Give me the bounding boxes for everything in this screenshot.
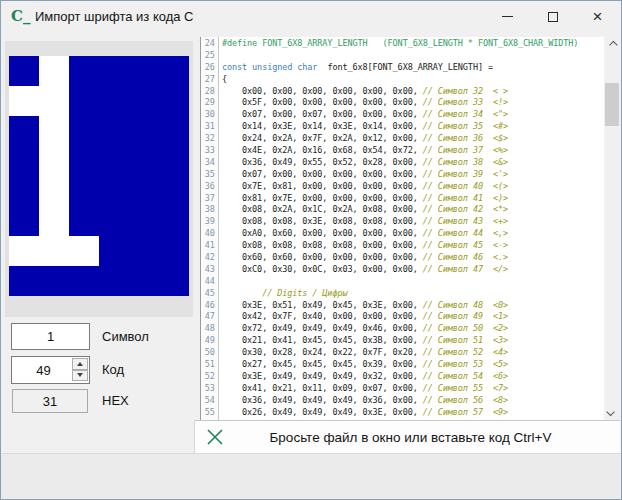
scroll-down-button[interactable] — [604, 404, 620, 420]
glyph-pixel — [129, 266, 159, 296]
code-line: 0x14, 0x3E, 0x14, 0x3E, 0x14, 0x00, // С… — [222, 121, 604, 133]
line-number: 44 — [201, 276, 215, 288]
gutter: 2425262728293031323334353637383940414243… — [201, 37, 219, 420]
line-number: 55 — [201, 407, 215, 419]
line-number: 37 — [201, 193, 215, 205]
glyph-pixel — [99, 56, 129, 86]
code-line: 0x08, 0x2A, 0x1C, 0x2A, 0x08, 0x00, // С… — [222, 204, 604, 216]
glyph-pixel — [9, 176, 39, 206]
glyph-pixel — [39, 206, 69, 236]
line-number: 50 — [201, 347, 215, 359]
symbol-label: Символ — [102, 329, 149, 344]
statusbar: matrixFont, © Riva C_ ? ✓ — [1, 453, 621, 500]
line-number: 28 — [201, 86, 215, 98]
glyph-pixel — [69, 266, 99, 296]
glyph-pixel — [99, 86, 129, 116]
line-number: 29 — [201, 97, 215, 109]
glyph-pixel — [9, 266, 39, 296]
line-number: 38 — [201, 204, 215, 216]
line-number: 46 — [201, 300, 215, 312]
minimize-button[interactable] — [485, 1, 530, 32]
glyph-pixel — [9, 56, 39, 86]
code-line: 0x60, 0x60, 0x00, 0x00, 0x00, 0x00, // С… — [222, 252, 604, 264]
spinner-buttons — [72, 358, 88, 381]
editor-scrollbar[interactable] — [604, 37, 620, 420]
code-line: 0x72, 0x49, 0x49, 0x49, 0x46, 0x00, // С… — [222, 323, 604, 335]
code-line: 0x36, 0x49, 0x49, 0x49, 0x36, 0x00, // С… — [222, 395, 604, 407]
code-line: // Digits / Цифры — [222, 288, 604, 300]
line-number: 26 — [201, 62, 215, 74]
glyph-pixel — [39, 146, 69, 176]
glyph-pixel — [159, 86, 189, 116]
code-line: 0x36, 0x49, 0x55, 0x52, 0x28, 0x00, // С… — [222, 157, 604, 169]
hex-label: HEX — [102, 393, 129, 408]
spin-down-button[interactable] — [72, 370, 88, 382]
scroll-up-button[interactable] — [604, 37, 620, 53]
glyph-pixel — [9, 206, 39, 236]
line-number: 36 — [201, 181, 215, 193]
chevron-up-icon — [609, 41, 617, 49]
line-number: 40 — [201, 228, 215, 240]
hex-field: 31 — [12, 389, 88, 413]
line-number: 45 — [201, 288, 215, 300]
code-value: 49 — [36, 363, 64, 378]
glyph-pixel — [159, 266, 189, 296]
glyph-pixel — [39, 56, 69, 86]
code-line: 0x41, 0x21, 0x11, 0x09, 0x07, 0x00, // С… — [222, 383, 604, 395]
line-number: 33 — [201, 145, 215, 157]
symbol-input[interactable]: 1 — [11, 323, 90, 350]
code-line: 0x7E, 0x81, 0x00, 0x00, 0x00, 0x00, // С… — [222, 181, 604, 193]
glyph-pixel — [99, 146, 129, 176]
code-spinner[interactable]: 49 — [11, 356, 90, 384]
code-label: Код — [102, 362, 124, 377]
line-number: 42 — [201, 252, 215, 264]
code-editor[interactable]: 2425262728293031323334353637383940414243… — [200, 37, 604, 420]
code-line: 0xC0, 0x30, 0x0C, 0x03, 0x00, 0x00, // С… — [222, 264, 604, 276]
code-line: 0x3E, 0x49, 0x49, 0x49, 0x32, 0x00, // С… — [222, 371, 604, 383]
code-line: 0x08, 0x08, 0x08, 0x08, 0x00, 0x00, // С… — [222, 240, 604, 252]
code-line — [222, 50, 604, 62]
code-line: { — [222, 74, 604, 86]
code-line: 0x30, 0x28, 0x24, 0x22, 0x7F, 0x20, // С… — [222, 347, 604, 359]
close-button[interactable]: × — [575, 1, 620, 32]
symbol-value: 1 — [47, 329, 54, 344]
clear-x-icon[interactable] — [205, 427, 225, 447]
glyph-pixel — [99, 266, 129, 296]
glyph-pixel — [9, 146, 39, 176]
spin-up-button[interactable] — [72, 358, 88, 370]
code-line: 0x27, 0x45, 0x45, 0x45, 0x39, 0x00, // С… — [222, 359, 604, 371]
line-number: 34 — [201, 157, 215, 169]
code-line: 0x26, 0x49, 0x49, 0x49, 0x3E, 0x00, // С… — [222, 407, 604, 419]
line-number: 43 — [201, 264, 215, 276]
glyph-pixel — [39, 266, 69, 296]
code-line: const unsigned char font_6x8[FONT_6X8_AR… — [222, 62, 604, 74]
line-number: 53 — [201, 383, 215, 395]
line-number: 47 — [201, 311, 215, 323]
code-line: 0xA0, 0x60, 0x00, 0x00, 0x00, 0x00, // С… — [222, 228, 604, 240]
glyph-pixel — [69, 206, 99, 236]
chevron-down-icon — [606, 408, 614, 416]
glyph-pixel — [159, 146, 189, 176]
glyph-pixel — [159, 116, 189, 146]
glyph-pixel — [39, 116, 69, 146]
code-line: 0x00, 0x00, 0x00, 0x00, 0x00, 0x00, // С… — [222, 86, 604, 98]
line-number: 27 — [201, 74, 215, 86]
line-number: 24 — [201, 38, 215, 50]
glyph-pixel — [39, 236, 69, 266]
drop-hint: Бросьте файл в окно или вставьте код Ctr… — [225, 430, 620, 445]
code-line — [222, 276, 604, 288]
line-number: 25 — [201, 50, 215, 62]
code-line: 0x07, 0x00, 0x00, 0x00, 0x00, 0x00, // С… — [222, 169, 604, 181]
maximize-button[interactable] — [530, 1, 575, 32]
glyph-pixel — [129, 146, 159, 176]
drop-zone[interactable]: Бросьте файл в окно или вставьте код Ctr… — [194, 420, 620, 453]
scrollbar-thumb[interactable] — [605, 83, 619, 126]
glyph-pixel — [99, 116, 129, 146]
glyph-pixel — [9, 116, 39, 146]
glyph-pixel — [129, 206, 159, 236]
line-number: 35 — [201, 169, 215, 181]
line-number: 52 — [201, 371, 215, 383]
glyph-pixel — [129, 56, 159, 86]
glyph-pixel — [159, 56, 189, 86]
glyph-pixel — [99, 176, 129, 206]
